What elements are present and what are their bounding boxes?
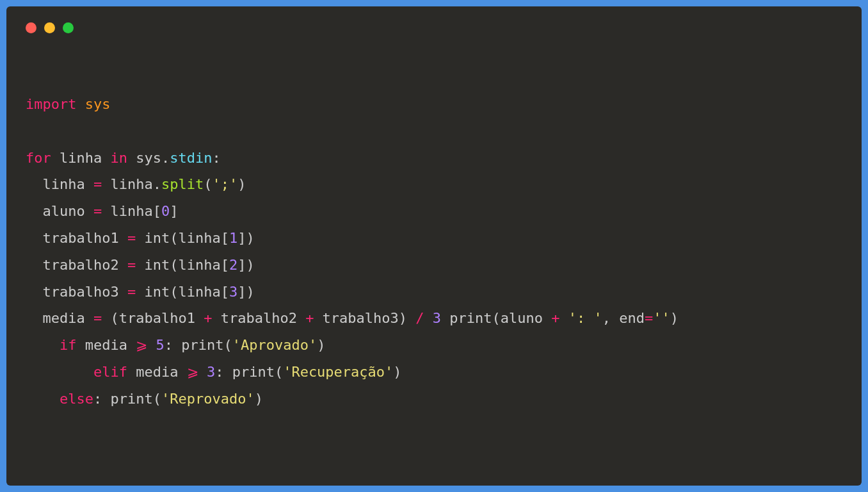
text: media: [26, 310, 93, 326]
text: [26, 364, 93, 380]
text: : print(: [215, 364, 283, 380]
text: (: [204, 176, 212, 192]
text: int(linha[: [136, 230, 229, 246]
operator: =: [93, 176, 102, 192]
text: trabalho2: [212, 310, 305, 326]
text: int(linha[: [136, 257, 229, 273]
text: [560, 310, 568, 326]
keyword: else: [60, 391, 93, 407]
text: ]): [237, 230, 255, 246]
number: 2: [229, 257, 237, 273]
text: print(aluno: [441, 310, 551, 326]
text: [26, 337, 60, 353]
function: split: [161, 176, 204, 192]
code-window: import sys for linha in sys.stdin: linha…: [6, 6, 862, 486]
text: ): [317, 337, 325, 353]
text: ): [255, 391, 263, 407]
string: 'Recuperação': [283, 364, 393, 380]
operator: =: [645, 310, 653, 326]
number: 3: [433, 310, 441, 326]
number: 3: [207, 364, 215, 380]
text: : print(: [165, 337, 232, 353]
number: 0: [161, 203, 170, 219]
text: linha: [51, 150, 111, 166]
window-titlebar: [26, 22, 842, 33]
text: (trabalho1: [102, 310, 204, 326]
text: [26, 391, 60, 407]
text: aluno: [26, 203, 93, 219]
text: trabalho3): [314, 310, 415, 326]
text: [147, 337, 156, 353]
text: trabalho3: [26, 284, 127, 300]
text: linha[: [102, 203, 161, 219]
number: 3: [229, 284, 237, 300]
keyword: if: [60, 337, 77, 353]
operator: =: [127, 230, 136, 246]
text: ]): [237, 284, 255, 300]
text: [424, 310, 433, 326]
text: ): [237, 176, 246, 192]
string: '': [653, 310, 670, 326]
operator: +: [204, 310, 212, 326]
operator: =: [93, 310, 102, 326]
string: ': ': [568, 310, 602, 326]
number: 1: [229, 230, 237, 246]
minimize-icon[interactable]: [44, 22, 55, 33]
text: :: [212, 150, 220, 166]
string: 'Reprovado': [161, 391, 255, 407]
operator: =: [127, 257, 136, 273]
maximize-icon[interactable]: [63, 22, 74, 33]
text: trabalho2: [26, 257, 127, 273]
text: media: [127, 364, 187, 380]
operator: +: [551, 310, 559, 326]
text: ]): [237, 257, 255, 273]
text: ): [670, 310, 679, 326]
text: : print(: [93, 391, 161, 407]
text: .: [161, 150, 170, 166]
text: , end: [602, 310, 645, 326]
operator: =: [127, 284, 136, 300]
operator: /: [415, 310, 424, 326]
number: 5: [156, 337, 164, 353]
text: ]: [170, 203, 178, 219]
text: ): [393, 364, 401, 380]
keyword: for: [26, 150, 51, 166]
operator: ⩾: [136, 337, 147, 353]
close-icon[interactable]: [26, 22, 36, 33]
text: trabalho1: [26, 230, 127, 246]
operator: ⩾: [187, 364, 198, 380]
text: linha.: [102, 176, 161, 192]
text: [198, 364, 207, 380]
keyword: elif: [93, 364, 127, 380]
text: int(linha[: [136, 284, 229, 300]
keyword: import: [26, 96, 76, 112]
operator: =: [93, 203, 102, 219]
string: 'Aprovado': [232, 337, 317, 353]
text: media: [76, 337, 136, 353]
attr: stdin: [170, 150, 212, 166]
code-block: import sys for linha in sys.stdin: linha…: [26, 91, 842, 413]
module: sys: [85, 96, 111, 112]
string: ';': [212, 176, 237, 192]
operator: +: [305, 310, 314, 326]
text: linha: [26, 176, 93, 192]
keyword: in: [110, 150, 127, 166]
text: sys: [127, 150, 161, 166]
